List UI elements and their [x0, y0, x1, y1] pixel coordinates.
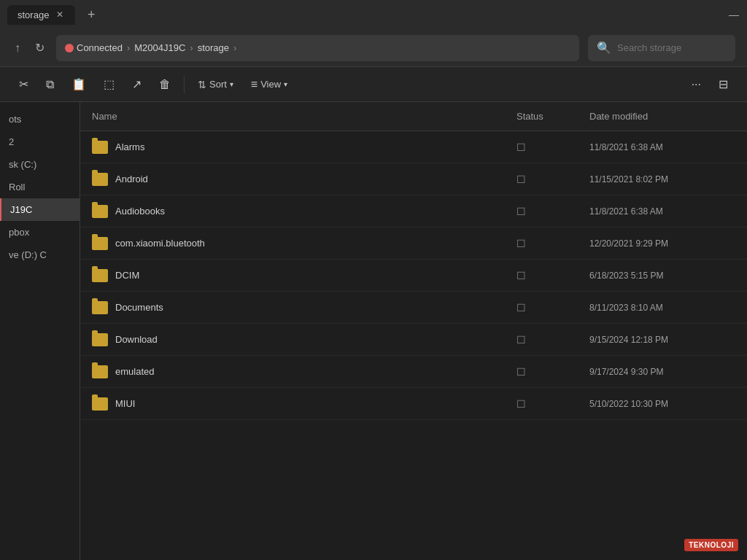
file-status: ☐	[516, 302, 589, 314]
folder-icon	[92, 173, 108, 186]
sort-icon: ⇅	[198, 79, 206, 90]
file-status: ☐	[516, 206, 589, 217]
file-date: 6/18/2023 5:15 PM	[589, 271, 735, 281]
tab-label: storage	[18, 9, 49, 20]
table-row[interactable]: Alarms ☐ 11/8/2021 6:38 AM	[80, 131, 747, 163]
toolbar: ✂ ⧉ 📋 ⬚ ↗ 🗑 ⇅ Sort ▾ ≡ View ▾ ··· ⊟	[0, 67, 747, 102]
more-options-button[interactable]: ···	[684, 74, 708, 96]
search-icon: 🔍	[597, 41, 611, 55]
file-date: 8/11/2023 8:10 AM	[589, 303, 735, 313]
column-header-name[interactable]: Name	[92, 111, 516, 122]
table-row[interactable]: com.xiaomi.bluetooth ☐ 12/20/2021 9:29 P…	[80, 228, 747, 260]
main-content: ots 2 sk (C:) Roll J19C pbox ve (D:) C N…	[0, 102, 747, 560]
sort-chevron-icon: ▾	[230, 80, 233, 88]
paste-icon: 📋	[71, 77, 86, 91]
file-date: 12/20/2021 9:29 PM	[589, 238, 735, 249]
minimize-button[interactable]: —	[728, 9, 740, 20]
folder-icon	[92, 237, 108, 250]
folder-icon	[92, 205, 108, 218]
view-icon: ≡	[251, 78, 258, 91]
sidebar: ots 2 sk (C:) Roll J19C pbox ve (D:) C	[0, 102, 80, 560]
file-date: 11/8/2021 6:38 AM	[589, 206, 735, 217]
file-status: ☐	[516, 366, 589, 378]
rename-button[interactable]: ⬚	[96, 73, 122, 96]
sidebar-item-3[interactable]: Roll	[0, 176, 80, 198]
folder-icon	[92, 141, 108, 154]
breadcrumb-storage[interactable]: storage	[198, 42, 229, 53]
table-row[interactable]: Download ☐ 9/15/2024 12:18 PM	[80, 324, 747, 356]
sidebar-item-0[interactable]: ots	[0, 108, 80, 131]
file-name: Download	[115, 334, 516, 345]
sidebar-item-1[interactable]: 2	[0, 131, 80, 153]
tab-close-button[interactable]: ✕	[55, 9, 65, 20]
sidebar-item-5[interactable]: pbox	[0, 221, 80, 244]
view-label: View	[260, 79, 281, 90]
file-status: ☐	[516, 238, 589, 249]
active-tab[interactable]: storage ✕	[7, 5, 75, 25]
address-bar: ↑ ↻ Connected › M2004J19C › storage › 🔍	[0, 29, 747, 67]
file-list: Name Status Date modified Alarms ☐ 11/8/…	[80, 102, 747, 560]
file-name: Audiobooks	[115, 206, 516, 217]
column-header-status[interactable]: Status	[516, 111, 589, 122]
device-icon	[65, 44, 74, 52]
cut-button[interactable]: ✂	[12, 73, 36, 96]
file-name: emulated	[115, 366, 516, 377]
share-button[interactable]: ↗	[125, 73, 149, 96]
sort-label: Sort	[209, 79, 227, 90]
table-row[interactable]: MIUI ☐ 5/10/2022 10:30 PM	[80, 388, 747, 420]
file-date: 9/17/2024 9:30 PM	[589, 367, 735, 377]
refresh-button[interactable]: ↻	[32, 38, 47, 58]
paste-button[interactable]: 📋	[64, 73, 93, 96]
file-list-header: Name Status Date modified	[80, 102, 747, 131]
breadcrumb-connected[interactable]: Connected	[77, 42, 123, 53]
sidebar-item-2[interactable]: sk (C:)	[0, 153, 80, 176]
sort-button[interactable]: ⇅ Sort ▾	[190, 74, 241, 95]
breadcrumb-device[interactable]: M2004J19C	[134, 42, 185, 53]
view-button[interactable]: ≡ View ▾	[244, 74, 295, 96]
table-row[interactable]: Documents ☐ 8/11/2023 8:10 AM	[80, 292, 747, 324]
table-row[interactable]: Audiobooks ☐ 11/8/2021 6:38 AM	[80, 195, 747, 228]
more-icon: ···	[692, 78, 701, 91]
column-header-date[interactable]: Date modified	[589, 111, 735, 122]
table-row[interactable]: Android ☐ 11/15/2021 8:02 PM	[80, 163, 747, 195]
file-rows-container: Alarms ☐ 11/8/2021 6:38 AM Android ☐ 11/…	[80, 131, 747, 420]
back-button[interactable]: ↑	[12, 39, 23, 58]
search-input[interactable]	[617, 42, 727, 53]
folder-icon	[92, 333, 108, 346]
file-date: 5/10/2022 10:30 PM	[589, 399, 735, 409]
rename-icon: ⬚	[104, 77, 115, 91]
tile-view-button[interactable]: ⊟	[711, 73, 735, 96]
copy-button[interactable]: ⧉	[39, 74, 61, 96]
new-tab-button[interactable]: +	[81, 4, 101, 25]
folder-icon	[92, 301, 108, 314]
toolbar-right: ··· ⊟	[684, 73, 735, 96]
file-name: Android	[115, 174, 516, 184]
breadcrumb[interactable]: Connected › M2004J19C › storage ›	[56, 35, 579, 61]
table-row[interactable]: emulated ☐ 9/17/2024 9:30 PM	[80, 356, 747, 388]
file-name: com.xiaomi.bluetooth	[115, 238, 516, 249]
file-name: Documents	[115, 302, 516, 313]
table-row[interactable]: DCIM ☐ 6/18/2023 5:15 PM	[80, 260, 747, 292]
delete-button[interactable]: 🗑	[152, 74, 178, 96]
window-controls: —	[728, 9, 740, 20]
file-status: ☐	[516, 398, 589, 410]
share-icon: ↗	[132, 77, 142, 91]
file-name: MIUI	[115, 398, 516, 409]
file-status: ☐	[516, 334, 589, 346]
toolbar-divider	[184, 76, 185, 93]
file-date: 9/15/2024 12:18 PM	[589, 335, 735, 345]
title-bar: storage ✕ + —	[0, 0, 747, 29]
copy-icon: ⧉	[46, 78, 54, 91]
folder-icon	[92, 269, 108, 282]
sidebar-item-6[interactable]: ve (D:) C	[0, 244, 80, 266]
file-status: ☐	[516, 270, 589, 281]
file-status: ☐	[516, 174, 589, 185]
cut-icon: ✂	[19, 77, 28, 91]
file-date: 11/15/2021 8:02 PM	[589, 174, 735, 184]
delete-icon: 🗑	[159, 78, 171, 91]
file-name: DCIM	[115, 270, 516, 281]
watermark: TEKNOLOJI	[684, 539, 738, 551]
sidebar-item-4[interactable]: J19C	[0, 198, 80, 221]
search-box[interactable]: 🔍	[588, 35, 735, 61]
view-chevron-icon: ▾	[284, 80, 287, 88]
